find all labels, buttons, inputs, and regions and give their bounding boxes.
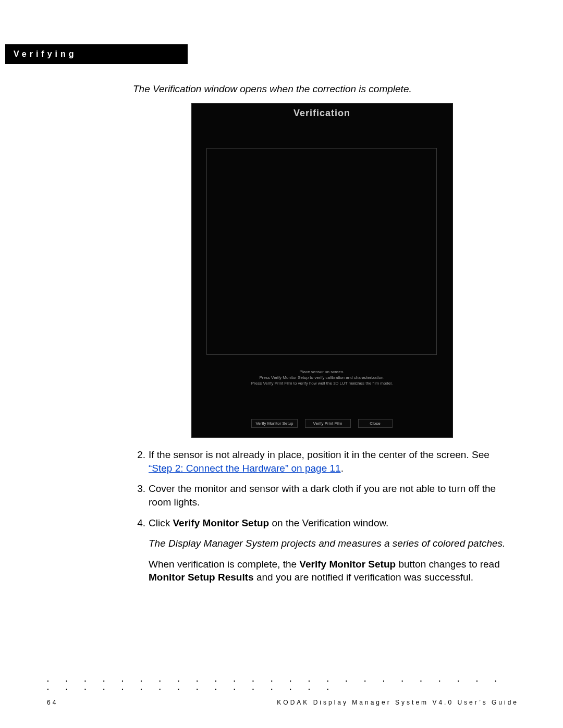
step-text-end: on the Verification window. xyxy=(269,517,388,528)
page-number: 64 xyxy=(47,699,58,706)
bold-text: Monitor Setup Results xyxy=(149,572,254,583)
close-button[interactable]: Close xyxy=(358,419,393,428)
verification-window: Verification Place sensor on screen. Pre… xyxy=(191,103,453,438)
verify-print-film-button[interactable]: Verify Print Film xyxy=(305,419,351,428)
step-body: If the sensor is not already in place, p… xyxy=(149,448,511,475)
step-4: 4. Click Verify Monitor Setup on the Ver… xyxy=(133,516,511,530)
step-number: 3. xyxy=(133,482,145,509)
bold-text: Verify Monitor Setup xyxy=(299,559,396,570)
hardware-link[interactable]: “Step 2: Connect the Hardware” on page 1… xyxy=(149,463,341,474)
text: button changes to read xyxy=(396,559,500,570)
step-text: If the sensor is not already in place, p… xyxy=(149,449,489,460)
text: and you are notified if verification was… xyxy=(254,572,473,583)
section-header-text: Verifying xyxy=(14,50,77,58)
dotted-rule: . . . . . . . . . . . . . . . . . . . . … xyxy=(47,675,519,692)
intro-text: The Verification window opens when the c… xyxy=(133,83,511,95)
step-text: Click xyxy=(149,517,173,528)
verification-title: Verification xyxy=(192,104,452,119)
step-text-end: . xyxy=(341,463,344,474)
step-3: 3. Cover the monitor and sensor with a d… xyxy=(133,482,511,509)
step-body: Cover the monitor and sensor with a dark… xyxy=(149,482,511,509)
text: When verification is complete, the xyxy=(149,559,299,570)
step-body: Click Verify Monitor Setup on the Verifi… xyxy=(149,516,511,530)
verification-hint: Place sensor on screen. Press Verify Mon… xyxy=(192,369,452,386)
section-header: Verifying xyxy=(5,44,188,64)
result-note: The Display Manager System projects and … xyxy=(149,537,511,550)
main-content: The Verification window opens when the c… xyxy=(133,83,511,584)
hint-line-1: Place sensor on screen. xyxy=(192,369,452,375)
step-number: 4. xyxy=(133,516,145,530)
verification-buttons: Verify Monitor Setup Verify Print Film C… xyxy=(192,419,452,428)
instruction-list: 2. If the sensor is not already in place… xyxy=(133,448,511,584)
footer-title: KODAK Display Manager System V4.0 User’s… xyxy=(277,699,519,706)
verify-monitor-setup-button[interactable]: Verify Monitor Setup xyxy=(251,419,297,428)
hint-line-2: Press Verify Monitor Setup to verify cal… xyxy=(192,375,452,381)
step-2: 2. If the sensor is not already in place… xyxy=(133,448,511,475)
page-footer: 64 KODAK Display Manager System V4.0 Use… xyxy=(47,699,519,706)
bold-text: Verify Monitor Setup xyxy=(173,517,269,528)
completion-note: When verification is complete, the Verif… xyxy=(149,558,511,584)
hint-line-3: Press Verify Print Film to verify how we… xyxy=(192,381,452,387)
verification-display-area xyxy=(206,148,437,355)
step-number: 2. xyxy=(133,448,145,475)
